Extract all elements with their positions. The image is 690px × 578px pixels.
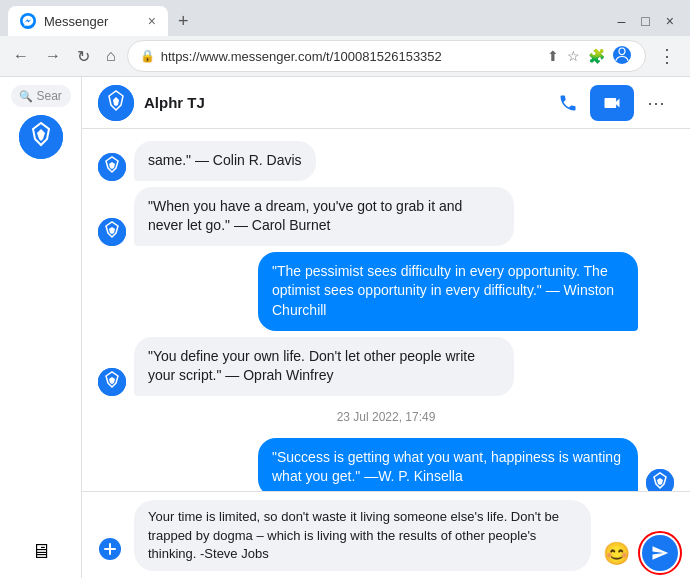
extensions-btn[interactable]: 🧩 bbox=[586, 44, 607, 69]
timestamp: 23 Jul 2022, 17:49 bbox=[98, 410, 674, 424]
msg-bubble-received: same." — Colin R. Davis bbox=[134, 141, 316, 181]
sidebar-avatar[interactable] bbox=[19, 115, 63, 159]
phone-btn[interactable] bbox=[550, 85, 586, 121]
chat-header: Alphr TJ ⋯ bbox=[82, 77, 690, 129]
browser-more-btn[interactable]: ⋮ bbox=[652, 43, 682, 69]
contact-avatar bbox=[98, 85, 134, 121]
maximize-btn[interactable]: □ bbox=[633, 11, 657, 31]
messenger-favicon bbox=[20, 13, 36, 29]
msg-avatar bbox=[98, 218, 126, 246]
svg-point-0 bbox=[20, 13, 36, 29]
message-row-sent: "The pessimist sees difficulty in every … bbox=[98, 252, 674, 331]
address-text: https://www.messenger.com/t/100081526153… bbox=[161, 49, 539, 64]
minimize-btn[interactable]: – bbox=[610, 11, 634, 31]
browser-chrome: Messenger × + – □ × ← → ↻ ⌂ 🔒 https://ww… bbox=[0, 0, 690, 77]
msg-bubble-received: "You define your own life. Don't let oth… bbox=[134, 337, 514, 396]
share-btn[interactable]: ⬆ bbox=[545, 44, 561, 69]
msg-bubble-received: "When you have a dream, you've got to gr… bbox=[134, 187, 514, 246]
header-actions: ⋯ bbox=[550, 85, 674, 121]
search-placeholder: Sear bbox=[37, 89, 62, 103]
message-row-sent: "Success is getting what you want, happi… bbox=[98, 438, 674, 492]
tab-title: Messenger bbox=[44, 14, 140, 29]
address-bar-row: ← → ↻ ⌂ 🔒 https://www.messenger.com/t/10… bbox=[0, 36, 690, 76]
lock-icon: 🔒 bbox=[140, 49, 155, 63]
message-input[interactable]: Your time is limited, so don't waste it … bbox=[134, 500, 591, 571]
sidebar-avatar-icon bbox=[19, 115, 63, 159]
monitor-area: 🖥 bbox=[31, 540, 51, 571]
message-row: "You define your own life. Don't let oth… bbox=[98, 337, 674, 396]
refresh-btn[interactable]: ↻ bbox=[72, 43, 95, 70]
sidebar: 🔍 Sear 🖥 bbox=[0, 77, 82, 578]
new-tab-btn[interactable]: + bbox=[172, 11, 195, 32]
msg-avatar bbox=[98, 153, 126, 181]
add-btn[interactable] bbox=[94, 533, 126, 571]
input-area: Your time is limited, so don't waste it … bbox=[82, 491, 690, 578]
emoji-btn[interactable]: 😊 bbox=[599, 537, 634, 571]
back-btn[interactable]: ← bbox=[8, 43, 34, 69]
msg-bubble-sent: "The pessimist sees difficulty in every … bbox=[258, 252, 638, 331]
video-btn[interactable] bbox=[590, 85, 634, 121]
messages-scroll[interactable]: same." — Colin R. Davis "When you have a… bbox=[82, 129, 690, 491]
msg-bubble-sent: "Success is getting what you want, happi… bbox=[258, 438, 638, 492]
active-tab[interactable]: Messenger × bbox=[8, 6, 168, 36]
close-btn[interactable]: × bbox=[658, 11, 682, 31]
contact-avatar-icon bbox=[98, 85, 134, 121]
sent-avatar-placeholder bbox=[646, 303, 674, 331]
search-icon: 🔍 bbox=[19, 90, 33, 103]
address-bar[interactable]: 🔒 https://www.messenger.com/t/1000815261… bbox=[127, 40, 646, 72]
more-options-btn[interactable]: ⋯ bbox=[638, 85, 674, 121]
address-actions: ⬆ ☆ 🧩 bbox=[545, 44, 633, 69]
window-controls: – □ × bbox=[610, 11, 682, 31]
home-btn[interactable]: ⌂ bbox=[101, 43, 121, 69]
message-row: same." — Colin R. Davis bbox=[98, 141, 674, 181]
tab-bar: Messenger × + – □ × bbox=[0, 0, 690, 36]
profile-btn[interactable] bbox=[611, 44, 633, 69]
bookmark-btn[interactable]: ☆ bbox=[565, 44, 582, 69]
message-row: "When you have a dream, you've got to gr… bbox=[98, 187, 674, 246]
tab-close-btn[interactable]: × bbox=[148, 13, 156, 29]
main-chat-area: Alphr TJ ⋯ bbox=[82, 77, 690, 578]
search-box[interactable]: 🔍 Sear bbox=[11, 85, 71, 107]
send-btn[interactable] bbox=[642, 535, 678, 571]
contact-name: Alphr TJ bbox=[144, 94, 550, 111]
app-container: 🔍 Sear 🖥 Alphr TJ bbox=[0, 77, 690, 578]
messages-wrapper: same." — Colin R. Davis "When you have a… bbox=[82, 129, 690, 491]
monitor-icon[interactable]: 🖥 bbox=[31, 540, 51, 562]
msg-avatar bbox=[98, 368, 126, 396]
sent-msg-avatar bbox=[646, 469, 674, 492]
forward-btn[interactable]: → bbox=[40, 43, 66, 69]
